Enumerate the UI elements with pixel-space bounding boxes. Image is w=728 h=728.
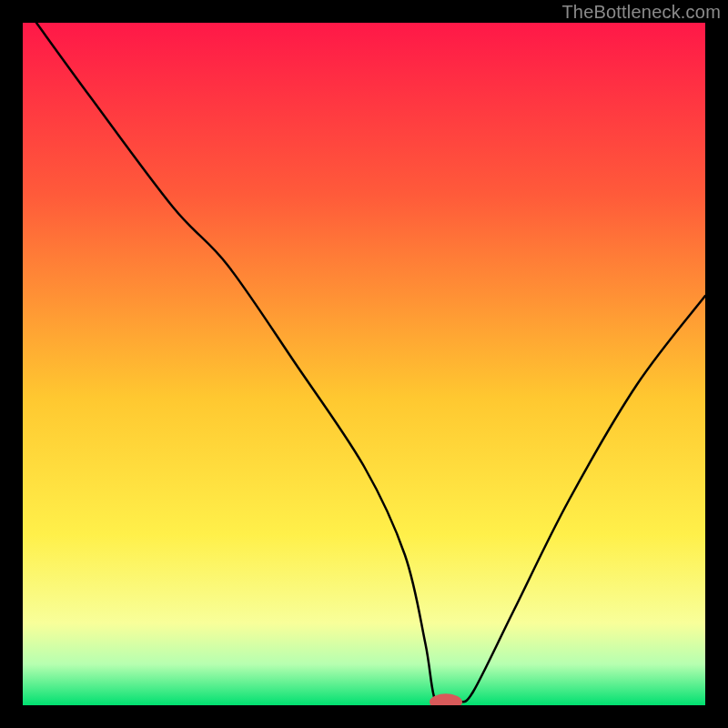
- chart-frame: TheBottleneck.com: [0, 0, 728, 728]
- plot-area: [23, 23, 705, 705]
- watermark-text: TheBottleneck.com: [561, 2, 721, 23]
- chart-svg: [23, 23, 705, 705]
- gradient-background: [23, 23, 705, 705]
